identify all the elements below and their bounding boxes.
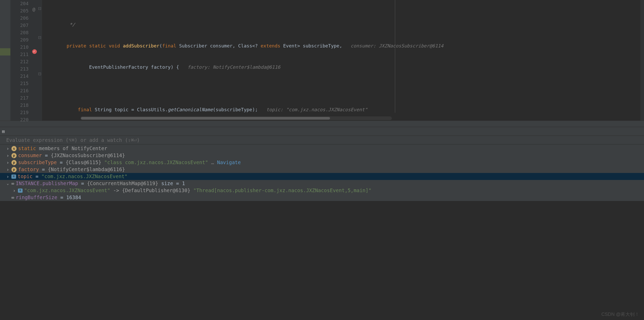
line-number[interactable]: 220 [10, 116, 31, 123]
line-number[interactable]: 217 [10, 94, 31, 102]
debug-toolbar: ▤ [0, 127, 644, 136]
line-number[interactable]: 214 [10, 73, 31, 80]
collapse-arrow-icon[interactable] [6, 181, 10, 186]
layout-icon[interactable]: ▤ [2, 128, 5, 135]
scrollbar-thumb[interactable] [81, 117, 330, 120]
expand-arrow-icon[interactable] [6, 152, 10, 159]
line-number[interactable]: 208 [10, 29, 31, 36]
code-area[interactable]: */ private static void addSubscriber(fin… [42, 0, 640, 121]
watch-icon: ∞ [11, 194, 14, 201]
line-number[interactable]: 205 [10, 7, 31, 15]
annotation-marker-icon: @ [32, 6, 35, 13]
editor-right-strip [640, 0, 644, 121]
param-badge-icon: p [11, 160, 17, 165]
line-number-gutter[interactable]: 204 205 206 207 208 209 210 211 212 213 … [10, 0, 31, 121]
static-badge-icon: s [11, 146, 17, 151]
line-number[interactable]: 211 [10, 51, 31, 58]
code-text: */ [44, 22, 75, 27]
execution-point-marker [0, 48, 10, 55]
editor-bookmark-strip [0, 0, 10, 121]
expand-arrow-icon[interactable] [6, 145, 10, 152]
code-editor[interactable]: 204 205 206 207 208 209 210 211 212 213 … [0, 0, 644, 121]
horizontal-scrollbar[interactable] [80, 116, 392, 120]
watermark-text: CSDN @蒋大钊！ [601, 311, 639, 318]
breakpoint-icon[interactable] [32, 49, 37, 54]
field-badge-icon: ≡ [18, 189, 23, 193]
line-number[interactable]: 213 [10, 65, 31, 73]
inline-hint: consumer: JXZNacosSubscriber@6114 [342, 43, 443, 48]
variable-row-static[interactable]: s static members of NotifyCenter [0, 145, 644, 152]
line-number[interactable]: 209 [10, 36, 31, 44]
param-badge-icon: p [11, 167, 17, 172]
line-number[interactable]: 219 [10, 109, 31, 116]
inline-hint: topic: "com.jxz.nacos.JXZNacosEvent" [258, 107, 368, 112]
line-number[interactable]: 212 [10, 58, 31, 65]
variable-row-subscribetype[interactable]: p subscribeType = {Class@6115} "class co… [0, 159, 644, 166]
variable-row-topic[interactable]: ≡ topic = "com.jxz.nacos.JXZNacosEvent" [0, 173, 644, 180]
line-number[interactable]: 215 [10, 80, 31, 87]
expand-arrow-icon[interactable] [6, 173, 10, 180]
line-number[interactable]: 206 [10, 15, 31, 22]
field-badge-icon: ≡ [11, 175, 16, 179]
right-margin-line [395, 0, 395, 113]
line-number[interactable]: 216 [10, 87, 31, 94]
line-number[interactable]: 218 [10, 102, 31, 109]
panel-separator[interactable] [0, 121, 644, 127]
fold-gutter[interactable] [38, 0, 42, 121]
line-number[interactable]: 210 [10, 44, 31, 51]
fold-toggle-icon[interactable] [38, 36, 41, 39]
variables-panel[interactable]: s static members of NotifyCenter p consu… [0, 144, 644, 201]
fold-toggle-icon[interactable] [38, 7, 41, 10]
variable-row-publishermap[interactable]: ∞ INSTANCE.publisherMap = {ConcurrentHas… [0, 180, 644, 187]
expand-arrow-icon[interactable] [12, 187, 16, 194]
line-number[interactable]: 204 [10, 0, 31, 7]
param-badge-icon: p [11, 153, 17, 158]
variable-row-ringbuffersize[interactable]: ∞ ringBufferSize = 16384 [0, 194, 644, 201]
breakpoint-gutter[interactable]: @ [31, 0, 38, 121]
fold-toggle-icon[interactable] [38, 73, 41, 75]
variable-row-consumer[interactable]: p consumer = {JXZNacosSubscriber@6114} [0, 152, 644, 159]
expand-arrow-icon[interactable] [6, 159, 10, 166]
variable-row-map-entry[interactable]: ≡ "com.jxz.nacos.JXZNacosEvent" -> {Defa… [0, 187, 644, 194]
variable-row-factory[interactable]: p factory = {NotifyCenter$lambda@6116} [0, 166, 644, 173]
line-number[interactable]: 207 [10, 22, 31, 29]
watch-icon: ∞ [11, 180, 14, 187]
evaluate-expression-input[interactable]: Evaluate expression (⌥⌘) or add a watch … [0, 136, 644, 144]
inline-hint: factory: NotifyCenter$lambda@6116 [179, 64, 280, 70]
expand-arrow-icon[interactable] [6, 166, 10, 173]
watch-placeholder: Evaluate expression (⌥⌘) or add a watch … [6, 136, 140, 144]
navigate-link[interactable]: Navigate [217, 159, 241, 165]
